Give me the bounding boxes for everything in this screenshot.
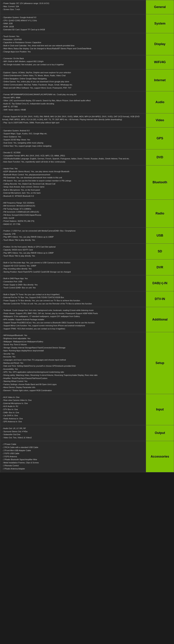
label-text-accessories: Accessories <box>151 454 169 458</box>
content-usb: - Position: 2 USB Port, can be connected… <box>0 228 146 243</box>
content-additional: - Textbook: Could change font, font colo… <box>0 307 146 332</box>
content-dvr: - Built in Car Recorder App: Yes, just c… <box>0 260 146 275</box>
section-internet: - Explorer: Opera, UCWeb, SkyFire, Dolph… <box>0 69 174 91</box>
label-output: Output <box>146 425 174 441</box>
text-dvr: - Built in Car Recorder App: Yes, just c… <box>2 261 144 274</box>
text-accessories: - 1*Power Cable - 1*RCA Cable with a sta… <box>2 443 144 470</box>
label-system: System <box>146 14 174 33</box>
content-general: - Power Supply: DC 12V (allowance range:… <box>0 0 146 14</box>
section-sd: - Position: On the front panel, Media or… <box>0 244 174 259</box>
section-input: - AUX Video In: One - Rear-view Camera V… <box>0 394 174 425</box>
section-system: - Operation System: Google Android 9.0 -… <box>0 14 174 33</box>
section-bluetooth: - Hands Free: Yes - A2DP (Bluetooth Ster… <box>0 165 174 200</box>
section-dvr: - Built in Car Recorder App: Yes, just c… <box>0 259 174 275</box>
label-text-sd: SD <box>158 250 162 254</box>
label-video: Video <box>146 114 174 127</box>
text-wifi4g: - Connector: On the Back - WiFi: Built-i… <box>2 57 144 66</box>
content-setup: - WiFi/Hotspot/Bluetooth: Yes - Brightne… <box>0 332 146 394</box>
label-text-display: Display <box>154 42 165 46</box>
content-bluetooth: - Hands Free: Yes - A2DP (Bluetooth Ster… <box>0 166 146 200</box>
content-accessories: - 1*Power Cable - 1*RCA Cable with a sta… <box>0 441 146 472</box>
app-container: - Power Supply: DC 12V (allowance range:… <box>0 0 174 472</box>
text-dtvin: - Built-in Digital TV Tuner: No (you can… <box>2 293 144 305</box>
content-wifi4g: - Connector: On the Back - WiFi: Built-i… <box>0 55 146 69</box>
text-sd: - Position: On the front panel, Media or… <box>2 246 144 258</box>
label-text-setup: Setup <box>155 361 164 365</box>
content-internet: - Explorer: Opera, UCWeb, SkyFire, Dolph… <box>0 70 146 91</box>
label-text-audio: Audio <box>155 100 164 104</box>
label-text-dvd: DVD <box>156 155 163 159</box>
section-dvd: - Decode IC: SC3590 - Compatible Format:… <box>0 149 174 165</box>
label-text-usb: USB <box>156 234 163 238</box>
label-display: Display <box>146 33 174 55</box>
section-dabin: - Built-in DAB Player App: Yes - Connect… <box>0 275 174 291</box>
text-video: - Format: Support AVI (H.264, DIVX, XVID… <box>2 115 144 124</box>
section-video: - Format: Support AVI (H.264, DIVX, XVID… <box>0 113 174 127</box>
label-setup: Setup <box>146 332 174 394</box>
section-dtvin: - Built-in Digital TV Tuner: No (you can… <box>0 291 174 307</box>
section-usb: - Position: 2 USB Port, can be connected… <box>0 228 174 243</box>
text-display: - Touch Screen: Yes - Resolution: 1024*6… <box>2 35 144 54</box>
content-dvd: - Decode IC: SC3590 - Compatible Format:… <box>0 150 146 165</box>
section-display: - Touch Screen: Yes - Resolution: 1024*6… <box>0 33 174 55</box>
section-audio: - Format: MP3/WMA/MP2/OGG/AAC/M4A/FLAC/A… <box>0 91 174 113</box>
label-text-gps: GPS <box>156 136 163 140</box>
label-text-general: General <box>154 5 166 9</box>
label-text-output: Output <box>155 431 165 435</box>
content-output: - Audio Out: LR, LF, RR, RF - Surround S… <box>0 425 146 441</box>
text-input: - AUX Video In: One - Rear-view Camera V… <box>2 396 144 423</box>
section-additional: - Textbook: Could change font, font colo… <box>0 307 174 332</box>
content-sd: - Position: On the front panel, Media or… <box>0 244 146 259</box>
label-text-additional: Additional <box>152 318 167 322</box>
section-radio: - AM Frequency Range: 522-1620kHz - AM I… <box>0 200 174 228</box>
label-sd: SD <box>146 244 174 259</box>
text-gps: - Operation System: Android 9.0 - Suppor… <box>2 129 144 148</box>
content-dtvin: - Built-in Digital TV Tuner: No (you can… <box>0 291 146 307</box>
label-dtvin: DTV-IN <box>146 291 174 307</box>
label-text-video: Video <box>156 118 164 122</box>
content-gps: - Operation System: Android 9.0 - Suppor… <box>0 128 146 150</box>
label-input: Input <box>146 394 174 425</box>
content-input: - AUX Video In: One - Rear-view Camera V… <box>0 394 146 425</box>
text-setup: - WiFi/Hotspot/Bluetooth: Yes - Brightne… <box>2 334 144 392</box>
section-general: - Power Supply: DC 12V (allowance range:… <box>0 0 174 14</box>
text-internet: - Explorer: Opera, UCWeb, SkyFire, Dolph… <box>2 71 144 90</box>
content-dabin: - Built-in DAB Player App: Yes - Connect… <box>0 275 146 291</box>
label-gps: GPS <box>146 128 174 150</box>
label-audio: Audio <box>146 91 174 113</box>
label-wifi4g: WiFi/4G <box>146 55 174 69</box>
label-text-system: System <box>154 22 165 26</box>
section-wifi4g: - Connector: On the Back - WiFi: Built-i… <box>0 55 174 69</box>
label-text-radio: Radio <box>155 212 164 216</box>
text-system: - Operation System: Google Android 9.0 -… <box>2 16 144 31</box>
label-text-internet: Internet <box>154 78 166 82</box>
content-audio: - Format: MP3/WMA/MP2/OGG/AAC/M4A/FLAC/A… <box>0 91 146 113</box>
text-radio: - AM Frequency Range: 522-1620kHz - AM I… <box>2 202 144 226</box>
content-radio: - AM Frequency Range: 522-1620kHz - AM I… <box>0 200 146 228</box>
content-video: - Format: Support AVI (H.264, DIVX, XVID… <box>0 114 146 127</box>
label-general: General <box>146 0 174 14</box>
text-bluetooth: - Hands Free: Yes - A2DP (Bluetooth Ster… <box>2 167 144 198</box>
text-usb: - Position: 2 USB Port, can be connected… <box>2 230 144 242</box>
section-setup: - WiFi/Hotspot/Bluetooth: Yes - Brightne… <box>0 332 174 394</box>
label-text-dtvin: DTV-IN <box>155 297 165 301</box>
label-dvr: DVR <box>146 260 174 275</box>
label-additional: Additional <box>146 307 174 332</box>
label-dabin: DAB(+)-IN <box>146 275 174 291</box>
content-display: - Touch Screen: Yes - Resolution: 1024*6… <box>0 33 146 55</box>
text-dvd: - Decode IC: SC3590 - Compatible Format:… <box>2 151 144 163</box>
text-audio: - Format: MP3/WMA/MP2/OGG/AAC/M4A/FLAC/A… <box>2 93 144 112</box>
text-general: - Power Supply: DC 12V (allowance range:… <box>2 2 144 11</box>
label-text-dvr: DVR <box>156 266 163 270</box>
label-text-wifi4g: WiFi/4G <box>154 60 166 64</box>
content-system: - Operation System: Google Android 9.0 -… <box>0 14 146 33</box>
text-output: - Audio Out: LR, LF, RR, RF - Surround S… <box>2 427 144 439</box>
label-dvd: DVD <box>146 150 174 165</box>
label-bluetooth: Bluetooth <box>146 166 174 200</box>
section-output: - Audio Out: LR, LF, RR, RF - Surround S… <box>0 425 174 441</box>
label-usb: USB <box>146 228 174 243</box>
text-dabin: - Built-in DAB Player App: Yes - Connect… <box>2 277 144 289</box>
label-text-input: Input <box>156 408 164 412</box>
label-accessories: Accessories <box>146 441 174 472</box>
text-additional: - Textbook: Could change font, font colo… <box>2 309 144 330</box>
